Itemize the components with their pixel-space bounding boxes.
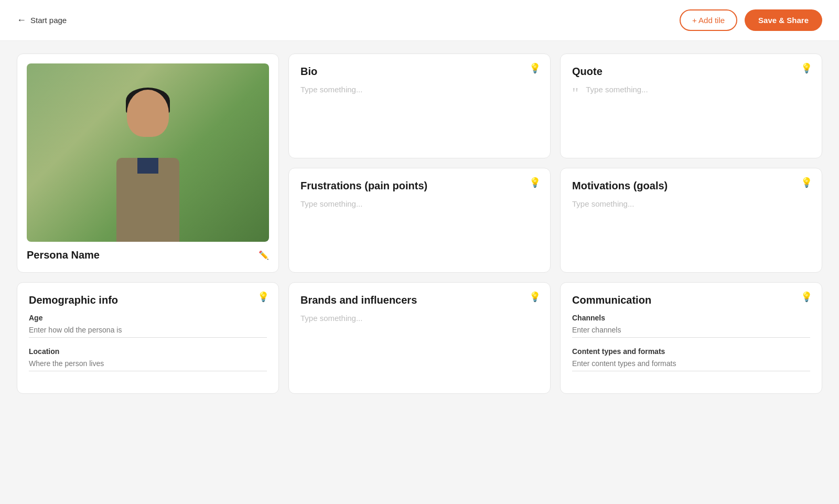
persona-photo [27,63,269,242]
bio-placeholder[interactable]: Type something... [300,85,539,94]
location-field: Location [29,347,267,371]
bio-bulb-icon: 💡 [529,62,541,74]
brands-card: 💡 Brands and influencers Type something.… [288,282,551,394]
quote-content-row: " Type something... [572,85,810,101]
channels-input[interactable] [572,326,810,338]
communication-bulb-icon: 💡 [801,291,812,303]
photo-card: Persona Name ✏️ [17,53,279,273]
quote-bulb-icon: 💡 [801,62,812,74]
person-collar [137,158,158,174]
quote-card: 💡 Quote " Type something... [560,53,822,158]
age-field: Age [29,314,267,338]
demographic-card: 💡 Demographic info Age Location [17,282,279,394]
back-arrow-icon: ← [17,15,26,26]
age-label: Age [29,314,267,322]
content-types-label: Content types and formats [572,347,810,356]
location-input[interactable] [29,359,267,371]
motivations-placeholder[interactable]: Type something... [572,199,810,208]
channels-label: Channels [572,314,810,322]
quote-placeholder[interactable]: Type something... [586,85,648,94]
persona-name: Persona Name [27,249,100,261]
quote-marks-icon: " [572,85,578,101]
motivations-card: 💡 Motivations (goals) Type something... [560,168,822,273]
back-link[interactable]: ← Start page [17,15,67,26]
communication-card: 💡 Communication Channels Content types a… [560,282,822,394]
frustrations-placeholder[interactable]: Type something... [300,199,539,208]
add-tile-label: + Add tile [692,16,725,25]
add-tile-button[interactable]: + Add tile [680,9,737,31]
back-label: Start page [30,16,67,25]
bio-title: Bio [300,66,539,78]
person-body [116,158,179,242]
content-types-field: Content types and formats [572,347,810,371]
person-head [127,90,169,137]
frustrations-title: Frustrations (pain points) [300,180,539,192]
content-types-input[interactable] [572,359,810,371]
communication-title: Communication [572,294,810,306]
main-grid: Persona Name ✏️ 💡 Bio Type something... … [0,41,839,406]
location-label: Location [29,347,267,356]
bio-card: 💡 Bio Type something... [288,53,551,158]
brands-bulb-icon: 💡 [529,291,541,303]
demographic-title: Demographic info [29,294,267,306]
app-header: ← Start page + Add tile Save & Share [0,0,839,41]
brands-placeholder[interactable]: Type something... [300,314,539,323]
save-share-button[interactable]: Save & Share [745,9,822,31]
frustrations-bulb-icon: 💡 [529,177,541,188]
frustrations-card: 💡 Frustrations (pain points) Type someth… [288,168,551,273]
age-input[interactable] [29,326,267,338]
person-figure [90,84,206,242]
header-actions: + Add tile Save & Share [680,9,822,31]
brands-title: Brands and influencers [300,294,539,306]
motivations-bulb-icon: 💡 [801,177,812,188]
save-share-label: Save & Share [758,16,809,25]
persona-name-row: Persona Name ✏️ [27,249,269,261]
demographic-bulb-icon: 💡 [257,291,269,303]
motivations-title: Motivations (goals) [572,180,810,192]
edit-icon[interactable]: ✏️ [259,250,269,260]
channels-field: Channels [572,314,810,338]
quote-title: Quote [572,66,810,78]
persona-photo-inner [27,63,269,242]
